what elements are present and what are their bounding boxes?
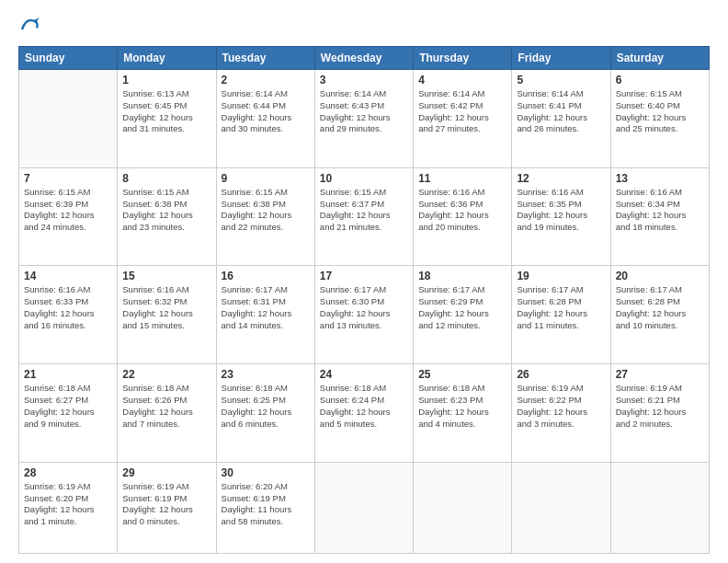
day-number: 12	[517, 172, 605, 185]
col-header-saturday: Saturday	[610, 47, 709, 70]
calendar-cell: 17Sunrise: 6:17 AM Sunset: 6:30 PM Dayli…	[314, 266, 413, 364]
calendar-cell: 28Sunrise: 6:19 AM Sunset: 6:20 PM Dayli…	[19, 462, 118, 553]
day-info: Sunrise: 6:14 AM Sunset: 6:43 PM Dayligh…	[320, 88, 408, 135]
day-info: Sunrise: 6:18 AM Sunset: 6:23 PM Dayligh…	[418, 383, 506, 430]
day-number: 19	[517, 270, 605, 282]
calendar-cell: 2Sunrise: 6:14 AM Sunset: 6:44 PM Daylig…	[216, 70, 314, 168]
day-number: 1	[122, 74, 210, 86]
col-header-tuesday: Tuesday	[216, 47, 314, 70]
calendar-week-2: 7Sunrise: 6:15 AM Sunset: 6:39 PM Daylig…	[19, 167, 710, 266]
calendar-cell: 6Sunrise: 6:15 AM Sunset: 6:40 PM Daylig…	[610, 70, 709, 168]
day-number: 15	[122, 270, 210, 282]
day-number: 21	[24, 368, 112, 381]
day-info: Sunrise: 6:18 AM Sunset: 6:26 PM Dayligh…	[122, 383, 210, 430]
calendar-cell	[610, 462, 709, 553]
calendar-cell: 29Sunrise: 6:19 AM Sunset: 6:19 PM Dayli…	[118, 462, 216, 553]
day-info: Sunrise: 6:15 AM Sunset: 6:37 PM Dayligh…	[320, 187, 408, 234]
day-info: Sunrise: 6:16 AM Sunset: 6:35 PM Dayligh…	[517, 187, 605, 234]
day-number: 24	[320, 368, 408, 381]
day-info: Sunrise: 6:15 AM Sunset: 6:39 PM Dayligh…	[24, 187, 112, 234]
day-info: Sunrise: 6:17 AM Sunset: 6:30 PM Dayligh…	[320, 284, 408, 331]
calendar-cell: 19Sunrise: 6:17 AM Sunset: 6:28 PM Dayli…	[512, 266, 610, 364]
col-header-sunday: Sunday	[19, 47, 118, 70]
day-number: 8	[122, 172, 210, 185]
day-info: Sunrise: 6:17 AM Sunset: 6:31 PM Dayligh…	[222, 284, 310, 331]
day-number: 5	[517, 74, 605, 86]
calendar-cell	[414, 462, 512, 553]
day-info: Sunrise: 6:20 AM Sunset: 6:19 PM Dayligh…	[222, 481, 310, 528]
calendar-week-4: 21Sunrise: 6:18 AM Sunset: 6:27 PM Dayli…	[19, 364, 710, 463]
day-info: Sunrise: 6:19 AM Sunset: 6:22 PM Dayligh…	[517, 383, 605, 430]
calendar-cell: 1Sunrise: 6:13 AM Sunset: 6:45 PM Daylig…	[118, 70, 216, 168]
day-info: Sunrise: 6:15 AM Sunset: 6:38 PM Dayligh…	[222, 187, 310, 234]
calendar-cell: 11Sunrise: 6:16 AM Sunset: 6:36 PM Dayli…	[414, 167, 512, 266]
day-info: Sunrise: 6:19 AM Sunset: 6:19 PM Dayligh…	[122, 481, 210, 528]
day-info: Sunrise: 6:13 AM Sunset: 6:45 PM Dayligh…	[122, 88, 210, 135]
day-number: 14	[24, 270, 112, 282]
day-number: 16	[222, 270, 310, 282]
day-number: 2	[222, 74, 310, 86]
page: SundayMondayTuesdayWednesdayThursdayFrid…	[0, 0, 728, 563]
day-number: 13	[616, 172, 704, 185]
calendar-cell: 13Sunrise: 6:16 AM Sunset: 6:34 PM Dayli…	[610, 167, 709, 266]
day-info: Sunrise: 6:16 AM Sunset: 6:36 PM Dayligh…	[418, 187, 506, 234]
day-info: Sunrise: 6:18 AM Sunset: 6:24 PM Dayligh…	[320, 383, 408, 430]
day-info: Sunrise: 6:14 AM Sunset: 6:41 PM Dayligh…	[517, 88, 605, 135]
day-info: Sunrise: 6:14 AM Sunset: 6:42 PM Dayligh…	[418, 88, 506, 135]
day-info: Sunrise: 6:19 AM Sunset: 6:20 PM Dayligh…	[24, 481, 112, 528]
day-number: 28	[24, 466, 112, 479]
col-header-wednesday: Wednesday	[314, 47, 413, 70]
day-number: 25	[418, 368, 506, 381]
day-number: 23	[222, 368, 310, 381]
calendar-cell: 12Sunrise: 6:16 AM Sunset: 6:35 PM Dayli…	[512, 167, 610, 266]
day-number: 9	[222, 172, 310, 185]
calendar-cell: 16Sunrise: 6:17 AM Sunset: 6:31 PM Dayli…	[216, 266, 314, 364]
calendar-cell: 4Sunrise: 6:14 AM Sunset: 6:42 PM Daylig…	[414, 70, 512, 168]
calendar-cell: 3Sunrise: 6:14 AM Sunset: 6:43 PM Daylig…	[314, 70, 413, 168]
day-number: 29	[122, 466, 210, 479]
calendar-cell: 5Sunrise: 6:14 AM Sunset: 6:41 PM Daylig…	[512, 70, 610, 168]
calendar-cell: 18Sunrise: 6:17 AM Sunset: 6:29 PM Dayli…	[414, 266, 512, 364]
day-info: Sunrise: 6:16 AM Sunset: 6:34 PM Dayligh…	[616, 187, 704, 234]
calendar-cell: 25Sunrise: 6:18 AM Sunset: 6:23 PM Dayli…	[414, 364, 512, 463]
calendar-cell: 21Sunrise: 6:18 AM Sunset: 6:27 PM Dayli…	[19, 364, 118, 463]
day-number: 20	[616, 270, 704, 282]
calendar-cell: 22Sunrise: 6:18 AM Sunset: 6:26 PM Dayli…	[118, 364, 216, 463]
day-info: Sunrise: 6:14 AM Sunset: 6:44 PM Dayligh…	[222, 88, 310, 135]
calendar-cell: 15Sunrise: 6:16 AM Sunset: 6:32 PM Dayli…	[118, 266, 216, 364]
calendar-cell: 10Sunrise: 6:15 AM Sunset: 6:37 PM Dayli…	[314, 167, 413, 266]
calendar-week-3: 14Sunrise: 6:16 AM Sunset: 6:33 PM Dayli…	[19, 266, 710, 364]
calendar-week-5: 28Sunrise: 6:19 AM Sunset: 6:20 PM Dayli…	[19, 462, 710, 553]
logo-icon	[18, 15, 40, 37]
day-info: Sunrise: 6:19 AM Sunset: 6:21 PM Dayligh…	[616, 383, 704, 430]
calendar-cell	[314, 462, 413, 553]
header	[18, 15, 710, 37]
day-number: 10	[320, 172, 408, 185]
calendar-cell	[512, 462, 610, 553]
day-number: 4	[418, 74, 506, 86]
calendar-cell: 7Sunrise: 6:15 AM Sunset: 6:39 PM Daylig…	[19, 167, 118, 266]
day-number: 26	[517, 368, 605, 381]
col-header-friday: Friday	[512, 47, 610, 70]
day-info: Sunrise: 6:16 AM Sunset: 6:32 PM Dayligh…	[122, 284, 210, 331]
day-number: 30	[222, 466, 310, 479]
calendar-cell	[19, 70, 118, 168]
day-info: Sunrise: 6:17 AM Sunset: 6:29 PM Dayligh…	[418, 284, 506, 331]
day-number: 7	[24, 172, 112, 185]
col-header-monday: Monday	[118, 47, 216, 70]
day-info: Sunrise: 6:18 AM Sunset: 6:27 PM Dayligh…	[24, 383, 112, 430]
day-info: Sunrise: 6:18 AM Sunset: 6:25 PM Dayligh…	[222, 383, 310, 430]
logo	[18, 15, 44, 37]
calendar-table: SundayMondayTuesdayWednesdayThursdayFrid…	[18, 46, 710, 554]
calendar-cell: 23Sunrise: 6:18 AM Sunset: 6:25 PM Dayli…	[216, 364, 314, 463]
day-number: 22	[122, 368, 210, 381]
day-number: 6	[616, 74, 704, 86]
calendar-cell: 20Sunrise: 6:17 AM Sunset: 6:28 PM Dayli…	[610, 266, 709, 364]
calendar-header-row: SundayMondayTuesdayWednesdayThursdayFrid…	[19, 47, 710, 70]
day-number: 27	[616, 368, 704, 381]
day-number: 11	[418, 172, 506, 185]
day-number: 18	[418, 270, 506, 282]
calendar-cell: 26Sunrise: 6:19 AM Sunset: 6:22 PM Dayli…	[512, 364, 610, 463]
day-info: Sunrise: 6:16 AM Sunset: 6:33 PM Dayligh…	[24, 284, 112, 331]
calendar-cell: 9Sunrise: 6:15 AM Sunset: 6:38 PM Daylig…	[216, 167, 314, 266]
